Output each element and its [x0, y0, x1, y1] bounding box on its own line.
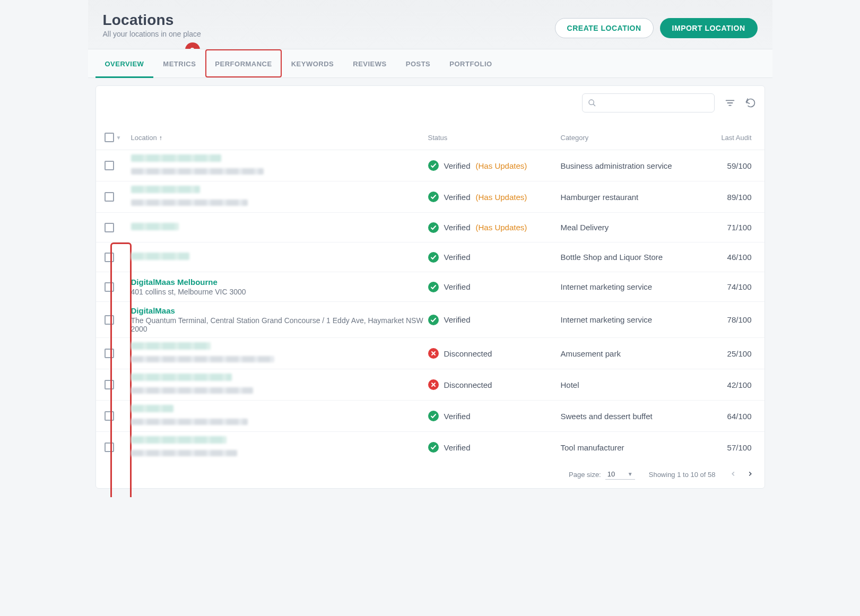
column-header-last-audit[interactable]: Last Audit	[709, 134, 756, 142]
x-circle-icon	[428, 348, 439, 359]
sort-asc-icon: ↑	[159, 134, 162, 142]
row-checkbox[interactable]	[105, 282, 114, 292]
import-location-button[interactable]: IMPORT LOCATION	[660, 18, 758, 38]
select-all-checkbox[interactable]	[105, 133, 114, 142]
table-footer: Page size: 10 ▼ Showing 1 to 10 of 58	[96, 463, 765, 485]
check-circle-icon	[428, 160, 439, 171]
refresh-icon[interactable]	[745, 98, 756, 108]
audit-cell: 57/100	[709, 443, 756, 452]
status-cell: Verified (Has Updates)	[428, 222, 561, 233]
table-row[interactable]: DigitalMaasThe Quantum Terminal, Central…	[96, 302, 765, 338]
status-cell: Verified	[428, 442, 561, 453]
location-name[interactable]: DigitalMaas Melbourne	[131, 277, 428, 287]
status-cell: Verified	[428, 252, 561, 263]
row-checkbox[interactable]	[105, 349, 114, 358]
caret-down-icon: ▼	[628, 471, 633, 477]
category-cell: Hamburger restaurant	[561, 193, 709, 202]
card-toolbar	[96, 86, 765, 118]
status-cell: Verified	[428, 315, 561, 325]
category-cell: Tool manufacturer	[561, 443, 709, 452]
row-checkbox[interactable]	[105, 161, 114, 170]
status-cell: Verified (Has Updates)	[428, 160, 561, 171]
location-cell	[131, 186, 428, 208]
tab-portfolio[interactable]: PORTFOLIO	[440, 49, 501, 77]
category-cell: Business administration service	[561, 161, 709, 170]
audit-cell: 59/100	[709, 161, 756, 170]
column-header-category[interactable]: Category	[561, 134, 709, 142]
row-checkbox[interactable]	[105, 380, 114, 389]
audit-cell: 78/100	[709, 315, 756, 324]
category-cell: Amusement park	[561, 349, 709, 358]
row-checkbox[interactable]	[105, 315, 114, 325]
audit-cell: 42/100	[709, 380, 756, 389]
category-cell: Internet marketing service	[561, 315, 709, 324]
column-header-location[interactable]: Location↑	[131, 134, 428, 142]
column-header-status[interactable]: Status	[428, 134, 561, 142]
table-header-row: ▼ Location↑ Status Category Last Audit	[96, 118, 765, 150]
tab-overview[interactable]: OVERVIEW	[95, 49, 154, 77]
search-input-wrapper[interactable]	[582, 93, 715, 112]
audit-cell: 46/100	[709, 253, 756, 262]
audit-cell: 64/100	[709, 412, 756, 421]
category-cell: Internet marketing service	[561, 282, 709, 291]
next-page-button[interactable]	[746, 470, 754, 479]
check-circle-icon	[428, 442, 439, 453]
chevron-down-icon[interactable]: ▼	[116, 135, 121, 141]
status-cell: Disconnected	[428, 348, 561, 359]
table-row[interactable]: VerifiedBottle Shop and Liquor Store46/1…	[96, 242, 765, 272]
check-circle-icon	[428, 222, 439, 233]
location-cell	[131, 154, 428, 177]
svg-point-0	[589, 100, 594, 105]
location-cell	[131, 436, 428, 458]
check-circle-icon	[428, 252, 439, 263]
location-cell	[131, 223, 428, 232]
search-input[interactable]	[596, 98, 709, 108]
location-cell	[131, 253, 428, 262]
tab-posts[interactable]: POSTS	[396, 49, 440, 77]
row-checkbox[interactable]	[105, 223, 114, 232]
page-size-select[interactable]: 10 ▼	[605, 469, 635, 480]
row-checkbox[interactable]	[105, 411, 114, 421]
tab-performance[interactable]: PERFORMANCE	[205, 49, 281, 77]
table-row[interactable]: DigitalMaas Melbourne401 collins st, Mel…	[96, 272, 765, 302]
table-row[interactable]: DisconnectedHotel42/100	[96, 369, 765, 401]
location-address: 401 collins st, Melbourne VIC 3000	[131, 288, 428, 296]
check-circle-icon	[428, 192, 439, 202]
table-row[interactable]: Verified (Has Updates)Hamburger restaura…	[96, 181, 765, 213]
search-icon	[588, 99, 596, 107]
table-row[interactable]: DisconnectedAmusement park25/100	[96, 338, 765, 369]
pagination-range: Showing 1 to 10 of 58	[649, 471, 716, 479]
locations-card: ▼ Location↑ Status Category Last Audit V…	[95, 85, 765, 489]
status-cell: Verified (Has Updates)	[428, 192, 561, 202]
table-row[interactable]: Verified (Has Updates)Business administr…	[96, 150, 765, 181]
table-row[interactable]: Verified (Has Updates)Meal Delivery71/10…	[96, 213, 765, 242]
location-name[interactable]: DigitalMaas	[131, 306, 428, 315]
location-cell	[131, 405, 428, 427]
table-row[interactable]: VerifiedSweets and dessert buffet64/100	[96, 401, 765, 432]
create-location-button[interactable]: CREATE LOCATION	[555, 18, 654, 38]
audit-cell: 71/100	[709, 223, 756, 232]
tab-reviews[interactable]: REVIEWS	[343, 49, 396, 77]
location-cell: DigitalMaas Melbourne401 collins st, Mel…	[131, 277, 428, 296]
tab-keywords[interactable]: KEYWORDS	[282, 49, 344, 77]
tab-metrics[interactable]: METRICS	[153, 49, 205, 77]
row-checkbox[interactable]	[105, 443, 114, 452]
audit-cell: 74/100	[709, 282, 756, 291]
page-title: Locations	[103, 12, 201, 29]
location-cell	[131, 342, 428, 365]
location-address: The Quantum Terminal, Central Station Gr…	[131, 316, 428, 333]
audit-cell: 25/100	[709, 349, 756, 358]
check-circle-icon	[428, 282, 439, 292]
page-size-label: Page size:	[569, 471, 601, 479]
row-checkbox[interactable]	[105, 253, 114, 262]
category-cell: Meal Delivery	[561, 223, 709, 232]
prev-page-button[interactable]	[729, 470, 737, 479]
filter-icon[interactable]	[724, 97, 736, 109]
status-cell: Verified	[428, 411, 561, 421]
status-cell: Disconnected	[428, 379, 561, 390]
row-checkbox[interactable]	[105, 192, 114, 202]
location-cell: DigitalMaasThe Quantum Terminal, Central…	[131, 306, 428, 333]
table-row[interactable]: VerifiedTool manufacturer57/100	[96, 432, 765, 463]
check-circle-icon	[428, 315, 439, 325]
status-cell: Verified	[428, 282, 561, 292]
